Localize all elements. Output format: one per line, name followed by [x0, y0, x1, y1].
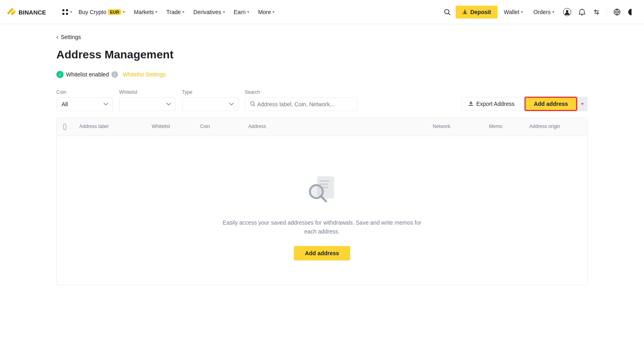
add-address-group: Add address ▾ [524, 97, 588, 111]
coin-label: Coin [56, 89, 113, 95]
svg-rect-12 [320, 184, 328, 185]
table-header: Address label Whitelist Coin Address Net… [57, 118, 587, 136]
info-icon[interactable]: i [111, 71, 118, 78]
th-network: Network [426, 118, 483, 136]
navbar-right: Deposit Wallet ▾ Orders ▾ [441, 6, 638, 19]
empty-state-text: Easily access your saved addresses for w… [221, 218, 423, 236]
deposit-button[interactable]: Deposit [456, 6, 497, 19]
whitelist-row: ✓ Whitelist enabled i Whitelist Settings [56, 71, 588, 78]
th-checkbox [57, 118, 73, 136]
empty-add-address-button[interactable]: Add address [294, 246, 351, 260]
transfer-button[interactable] [590, 6, 603, 18]
search-label: Search [245, 89, 357, 95]
add-address-button[interactable]: Add address [524, 97, 577, 111]
nav-orders[interactable]: Orders ▾ [529, 6, 558, 18]
nav-wallet[interactable]: Wallet ▾ [500, 6, 527, 18]
coin-select[interactable]: All [56, 97, 113, 111]
whitelist-status: ✓ Whitelist enabled i [56, 71, 118, 78]
nav-trade[interactable]: Trade ▾ [162, 6, 188, 18]
type-filter-group: Type [182, 89, 238, 111]
back-link[interactable]: ‹ Settings [56, 34, 81, 40]
coin-filter-group: Coin All [56, 89, 113, 111]
theme-button[interactable] [625, 6, 638, 18]
whitelist-select[interactable] [119, 97, 175, 111]
th-address-origin: Address origin [523, 118, 587, 136]
svg-point-7 [566, 10, 568, 12]
svg-rect-1 [62, 9, 64, 11]
logo[interactable]: BINANCE [6, 6, 55, 18]
nav-items: Buy Crypto EUR ▾ Markets ▾ Trade ▾ Deriv… [74, 6, 441, 18]
profile-button[interactable] [561, 6, 574, 19]
page-title: Address Management [56, 48, 588, 61]
svg-rect-11 [320, 180, 329, 182]
navbar: BINANCE ▾ Buy Crypto EUR ▾ Markets ▾ Tra… [0, 0, 644, 24]
svg-rect-2 [66, 9, 68, 11]
whitelist-settings-link[interactable]: Whitelist Settings [123, 71, 166, 78]
filters-row: Coin All Whitelist Type Search [56, 89, 588, 111]
svg-rect-3 [62, 13, 64, 15]
type-label: Type [182, 89, 238, 95]
search-icon [250, 101, 256, 108]
add-address-dropdown-button[interactable]: ▾ [577, 97, 588, 111]
th-whitelist: Whitelist [145, 118, 194, 136]
export-address-button[interactable]: Export Address [461, 97, 521, 111]
main-content: ‹ Settings Address Management ✓ Whitelis… [40, 24, 604, 314]
svg-rect-4 [66, 13, 68, 15]
check-icon: ✓ [56, 71, 64, 78]
empty-illustration [302, 168, 342, 209]
nav-more[interactable]: More ▾ [254, 6, 279, 18]
search-button[interactable] [441, 6, 453, 18]
th-address: Address [242, 118, 426, 136]
language-button[interactable] [611, 6, 623, 18]
notifications-button[interactable] [576, 6, 588, 18]
whitelist-filter-label: Whitelist [119, 89, 175, 95]
nav-earn[interactable]: Earn ▾ [230, 6, 254, 18]
type-select[interactable] [182, 97, 238, 111]
empty-state: Easily access your saved addresses for w… [57, 136, 587, 285]
nav-derivatives[interactable]: Derivatives ▾ [189, 6, 229, 18]
svg-point-5 [445, 9, 449, 14]
svg-text:BINANCE: BINANCE [19, 9, 46, 16]
select-all-checkbox[interactable] [63, 124, 66, 130]
nav-buy-crypto[interactable]: Buy Crypto EUR ▾ [74, 6, 129, 18]
filters-actions: Export Address Add address ▾ [461, 97, 588, 111]
th-coin: Coin [194, 118, 242, 136]
search-wrapper [245, 97, 357, 111]
th-memo: Memo [483, 118, 523, 136]
apps-grid-button[interactable]: ▾ [60, 7, 74, 17]
search-input[interactable] [256, 98, 352, 111]
address-table: Address label Whitelist Coin Address Net… [56, 118, 588, 285]
search-filter-group: Search [245, 89, 357, 111]
th-address-label: Address label [73, 118, 145, 136]
whitelist-filter-group: Whitelist [119, 89, 175, 111]
nav-divider [607, 8, 607, 16]
nav-markets[interactable]: Markets ▾ [130, 6, 161, 18]
